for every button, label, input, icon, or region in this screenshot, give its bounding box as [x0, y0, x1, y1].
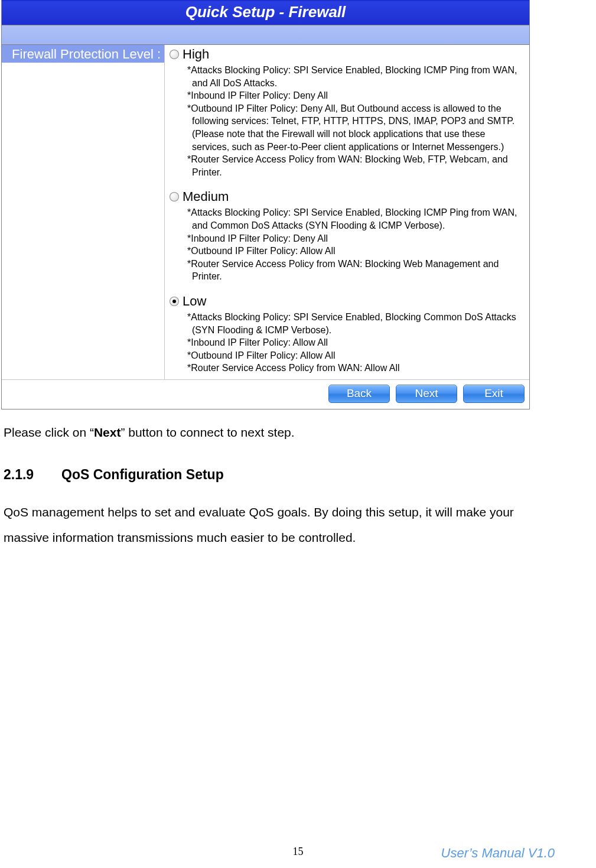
button-bar: Back Next Exit	[2, 379, 529, 409]
option-low-block: Low Attacks Blocking Policy: SPI Service…	[170, 294, 525, 375]
option-high-label: High	[183, 47, 209, 62]
page-footer: 15 User’s Manual V1.0	[0, 846, 596, 861]
page: Quick Setup - Firewall Firewall Protecti…	[0, 0, 596, 868]
desc-item: Inbound IP Filter Policy: Deny All	[185, 232, 525, 245]
firewall-level-label: Firewall Protection Level :	[2, 45, 164, 64]
instruction-pre: Please click on “	[4, 425, 94, 439]
option-low-label: Low	[183, 294, 206, 309]
instruction-line: Please click on “Next” button to connect…	[4, 422, 529, 443]
manual-label: User’s Manual V1.0	[441, 846, 555, 861]
desc-item: Attacks Blocking Policy: SPI Service Ena…	[185, 206, 525, 232]
section-paragraph: QoS management helps to set and evaluate…	[4, 499, 529, 550]
heading-number: 2.1.9	[4, 467, 61, 483]
option-low-descriptions: Attacks Blocking Policy: SPI Service Ena…	[185, 311, 525, 375]
panel-body: Firewall Protection Level : High Attacks…	[2, 45, 529, 379]
option-high-row[interactable]: High	[170, 47, 525, 62]
option-high-descriptions: Attacks Blocking Policy: SPI Service Ena…	[185, 64, 525, 178]
panel-title: Quick Setup - Firewall	[2, 0, 529, 25]
desc-item: Router Service Access Policy from WAN: B…	[185, 258, 525, 283]
option-medium-label: Medium	[183, 189, 229, 204]
radio-low[interactable]	[170, 297, 179, 306]
exit-button[interactable]: Exit	[463, 385, 525, 403]
option-medium-descriptions: Attacks Blocking Policy: SPI Service Ena…	[185, 206, 525, 283]
back-button[interactable]: Back	[328, 385, 390, 403]
option-medium-row[interactable]: Medium	[170, 189, 525, 204]
desc-item: Outbound IP Filter Policy: Deny All, But…	[185, 102, 525, 153]
instruction-bold: Next	[94, 425, 121, 439]
desc-item: Outbound IP Filter Policy: Allow All	[185, 245, 525, 258]
radio-high[interactable]	[170, 50, 179, 59]
radio-medium[interactable]	[170, 192, 179, 201]
desc-item: Inbound IP Filter Policy: Allow All	[185, 336, 525, 349]
option-low-row[interactable]: Low	[170, 294, 525, 309]
panel-subheader-strip	[2, 25, 529, 45]
desc-item: Attacks Blocking Policy: SPI Service Ena…	[185, 64, 525, 89]
section-heading: 2.1.9QoS Configuration Setup	[4, 467, 529, 483]
desc-item: Inbound IP Filter Policy: Deny All	[185, 89, 525, 102]
desc-item: Router Service Access Policy from WAN: B…	[185, 153, 525, 178]
document-body: Please click on “Next” button to connect…	[4, 422, 529, 550]
page-number: 15	[293, 846, 304, 858]
panel-options-column: High Attacks Blocking Policy: SPI Servic…	[165, 45, 529, 379]
instruction-post: ” button to connect to next step.	[120, 425, 294, 439]
quick-setup-panel: Quick Setup - Firewall Firewall Protecti…	[1, 0, 530, 409]
heading-text: QoS Configuration Setup	[61, 467, 224, 482]
panel-label-column: Firewall Protection Level :	[2, 45, 165, 379]
desc-item: Outbound IP Filter Policy: Allow All	[185, 349, 525, 362]
desc-item: Attacks Blocking Policy: SPI Service Ena…	[185, 311, 525, 336]
next-button[interactable]: Next	[396, 385, 457, 403]
option-high-block: High Attacks Blocking Policy: SPI Servic…	[170, 47, 525, 178]
option-medium-block: Medium Attacks Blocking Policy: SPI Serv…	[170, 189, 525, 283]
desc-item: Router Service Access Policy from WAN: A…	[185, 362, 525, 375]
